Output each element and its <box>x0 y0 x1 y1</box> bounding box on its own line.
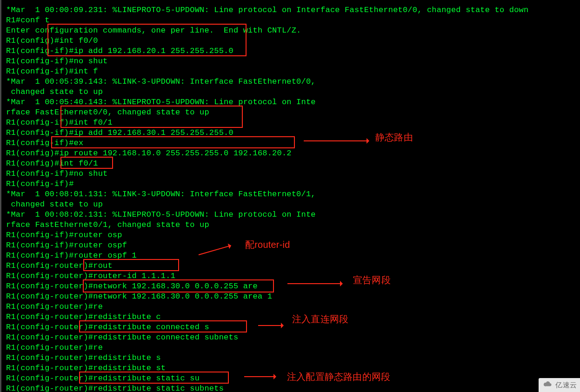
watermark: 亿速云 <box>539 378 580 392</box>
terminal-line: R1(config-if)#router ospf <box>6 240 528 251</box>
terminal-line: R1(config-router)#redistribute c <box>6 312 528 322</box>
terminal-line: R1(config-router)#redistribute static su <box>6 373 528 384</box>
terminal-line: *Mar 1 00:05:40.143: %LINEPROTO-5-UPDOWN… <box>6 97 528 107</box>
svg-point-0 <box>544 383 547 386</box>
terminal-line: R1(config-if)#int f0/1 <box>6 118 528 128</box>
terminal-line: R1(config-if)#int f <box>6 66 528 77</box>
terminal-line: R1(config-router)#redistribute s <box>6 353 528 363</box>
terminal-line: *Mar 1 00:05:39.143: %LINK-3-UPDOWN: Int… <box>6 77 528 87</box>
terminal-line: R1(config-router)#rout <box>6 261 528 271</box>
terminal-line: *Mar 1 00:08:02.131: %LINEPROTO-5-UPDOWN… <box>6 210 528 220</box>
terminal-line: changed state to up <box>6 87 528 97</box>
terminal-line: R1(config-if)#no shut <box>6 169 528 179</box>
terminal-line: R1(config-if)#router ospf 1 <box>6 251 528 261</box>
terminal-line: R1(config-router)#redistribute static su… <box>6 384 528 392</box>
terminal-line: R1(config-router)#redistribute connected… <box>6 322 528 332</box>
terminal-line: R1(config-router)#re <box>6 302 528 312</box>
terminal-line: R1(config-router)#redistribute connected… <box>6 332 528 343</box>
terminal-line: *Mar 1 00:00:09.231: %LINEPROTO-5-UPDOWN… <box>6 5 528 15</box>
terminal-line: R1(config-router)#re <box>6 343 528 353</box>
terminal-line: R1(config-router)#network 192.168.30.0 0… <box>6 292 528 302</box>
terminal-line: R1(config-router)#network 192.168.30.0 0… <box>6 281 528 292</box>
terminal-output[interactable]: *Mar 1 00:00:09.231: %LINEPROTO-5-UPDOWN… <box>6 5 528 392</box>
terminal-line: Enter configuration commands, one per li… <box>6 26 528 36</box>
terminal-line: R1(config)#int f0/0 <box>6 36 528 46</box>
terminal-line: R1(config-if)#ip add 192.168.20.1 255.25… <box>6 46 528 56</box>
terminal-line: R1(config-if)#ip add 192.168.30.1 255.25… <box>6 128 528 138</box>
terminal-line: R1#conf t <box>6 15 528 26</box>
terminal-line: R1(config-if)# <box>6 179 528 189</box>
terminal-line: R1(config)#int f0/1 <box>6 159 528 169</box>
terminal-line: R1(config-router)#router-id 1.1.1.1 <box>6 271 528 281</box>
terminal-line: R1(config-if)#router osp <box>6 230 528 240</box>
terminal-line: *Mar 1 00:08:01.131: %LINK-3-UPDOWN: Int… <box>6 189 528 199</box>
cloud-icon <box>543 380 553 390</box>
terminal-line: rface FastEthernet0/0, changed state to … <box>6 107 528 118</box>
terminal-line: R1(config-router)#redistribute st <box>6 363 528 373</box>
terminal-line: rface FastEthernet0/1, changed state to … <box>6 220 528 230</box>
terminal-line: R1(config-if)#ex <box>6 138 528 148</box>
terminal-line: R1(config-if)#no shut <box>6 56 528 66</box>
terminal-line: changed state to up <box>6 199 528 210</box>
watermark-text: 亿速云 <box>555 380 577 390</box>
terminal-window: *Mar 1 00:00:09.231: %LINEPROTO-5-UPDOWN… <box>0 0 580 392</box>
terminal-line: R1(config)#ip route 192.168.10.0 255.255… <box>6 148 528 159</box>
